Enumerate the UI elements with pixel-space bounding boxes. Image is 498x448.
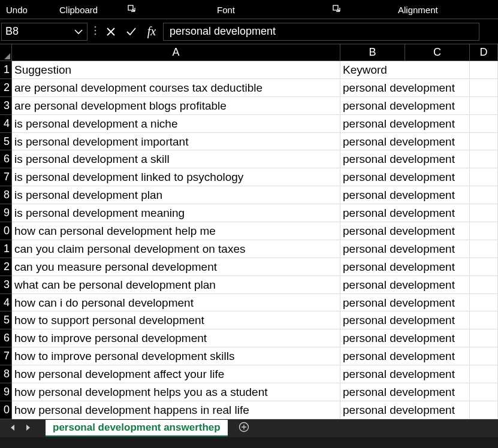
cell[interactable]: personal development (340, 97, 405, 115)
row-header[interactable]: 3 (0, 97, 12, 115)
cell[interactable]: how personal development helps you as a … (12, 383, 340, 401)
cell[interactable] (470, 401, 498, 419)
cell[interactable]: is personal development meaning (12, 204, 340, 222)
row-header[interactable]: 5 (0, 311, 12, 329)
row-header[interactable]: 0 (0, 401, 12, 419)
cell[interactable]: is personal development important (12, 133, 340, 151)
font-launcher-icon[interactable] (333, 5, 341, 13)
cell[interactable]: personal development (340, 204, 405, 222)
row-header[interactable]: 1 (0, 61, 12, 79)
cell[interactable] (470, 133, 498, 151)
row-header[interactable]: 8 (0, 365, 12, 383)
cell[interactable] (470, 97, 498, 115)
select-all-corner[interactable] (0, 44, 12, 61)
row-header[interactable]: 4 (0, 115, 12, 133)
prev-sheet-button[interactable] (10, 424, 16, 433)
cell[interactable] (405, 150, 470, 168)
add-sheet-button[interactable] (235, 422, 253, 435)
cell[interactable]: personal development (340, 329, 405, 347)
name-box[interactable]: B8 (1, 23, 87, 41)
cell[interactable]: what can be personal development plan (12, 276, 340, 294)
cell[interactable] (470, 61, 498, 79)
cell[interactable]: how personal development affect your lif… (12, 365, 340, 383)
cell[interactable]: personal development (340, 150, 405, 168)
row-header[interactable]: 2 (0, 258, 12, 276)
cell[interactable]: how personal development happens in real… (12, 401, 340, 419)
cell[interactable]: personal development (340, 347, 405, 365)
cell[interactable] (470, 294, 498, 312)
cell[interactable] (470, 276, 498, 294)
row-header[interactable]: 9 (0, 383, 12, 401)
cell[interactable]: personal development (340, 133, 405, 151)
cell[interactable] (470, 383, 498, 401)
clipboard-launcher-icon[interactable] (128, 5, 136, 13)
formula-bar-grip-icon[interactable] (93, 25, 97, 38)
cell[interactable]: personal development (340, 276, 405, 294)
cell[interactable] (470, 186, 498, 204)
cell[interactable] (405, 401, 470, 419)
sheet-tab-active[interactable]: personal development answerthep (46, 420, 228, 437)
cell[interactable] (405, 329, 470, 347)
cell[interactable] (470, 168, 498, 186)
cell[interactable] (470, 115, 498, 133)
cell[interactable]: personal development (340, 383, 405, 401)
cell[interactable]: is personal development plan (12, 186, 340, 204)
row-header[interactable]: 4 (0, 294, 12, 312)
cell[interactable] (405, 204, 470, 222)
cells-area[interactable]: SuggestionKeywordare personal developmen… (12, 61, 498, 419)
cell[interactable] (405, 365, 470, 383)
cell[interactable]: personal development (340, 365, 405, 383)
cell[interactable] (470, 150, 498, 168)
column-header-d[interactable]: D (470, 44, 498, 61)
cell[interactable] (405, 311, 470, 329)
cell[interactable] (405, 347, 470, 365)
row-header[interactable]: 8 (0, 186, 12, 204)
cell[interactable]: personal development (340, 115, 405, 133)
cell[interactable] (470, 365, 498, 383)
cell[interactable] (470, 258, 498, 276)
cell[interactable]: how to improve personal development skil… (12, 347, 340, 365)
cell[interactable] (405, 168, 470, 186)
insert-function-button[interactable]: fx (145, 25, 158, 38)
cell[interactable] (405, 294, 470, 312)
cell[interactable] (470, 222, 498, 240)
row-header[interactable]: 1 (0, 240, 12, 258)
cell[interactable] (405, 276, 470, 294)
cell[interactable] (405, 240, 470, 258)
column-header-c[interactable]: C (405, 44, 470, 61)
cell[interactable]: personal development (340, 401, 405, 419)
cell[interactable]: Keyword (340, 61, 405, 79)
row-header[interactable]: 0 (0, 222, 12, 240)
chevron-down-icon[interactable] (70, 26, 87, 37)
cell[interactable]: personal development (340, 311, 405, 329)
column-header-b[interactable]: B (340, 44, 405, 61)
row-header[interactable]: 6 (0, 150, 12, 168)
cell[interactable] (405, 186, 470, 204)
cell[interactable] (470, 204, 498, 222)
next-sheet-button[interactable] (25, 424, 31, 433)
cell[interactable] (405, 61, 470, 79)
cell[interactable]: are personal development courses tax ded… (12, 79, 340, 97)
spreadsheet-grid[interactable]: A B C D 12345678901234567890 SuggestionK… (0, 44, 498, 419)
row-header[interactable]: 2 (0, 79, 12, 97)
cell[interactable] (470, 311, 498, 329)
cell[interactable]: can you measure personal development (12, 258, 340, 276)
cell[interactable] (470, 79, 498, 97)
cell[interactable] (405, 97, 470, 115)
cell[interactable] (405, 115, 470, 133)
cell[interactable] (470, 329, 498, 347)
cell[interactable]: personal development (340, 79, 405, 97)
cell[interactable]: how to improve personal development (12, 329, 340, 347)
cell[interactable] (405, 79, 470, 97)
row-header[interactable]: 7 (0, 168, 12, 186)
cell[interactable] (470, 347, 498, 365)
cell[interactable] (405, 133, 470, 151)
cell[interactable]: Suggestion (12, 61, 340, 79)
row-header[interactable]: 9 (0, 204, 12, 222)
row-header[interactable]: 7 (0, 347, 12, 365)
column-header-a[interactable]: A (12, 44, 340, 61)
formula-input[interactable]: personal development (163, 23, 479, 41)
cell[interactable] (470, 240, 498, 258)
cell[interactable]: how to support personal development (12, 311, 340, 329)
cell[interactable]: personal development (340, 240, 405, 258)
